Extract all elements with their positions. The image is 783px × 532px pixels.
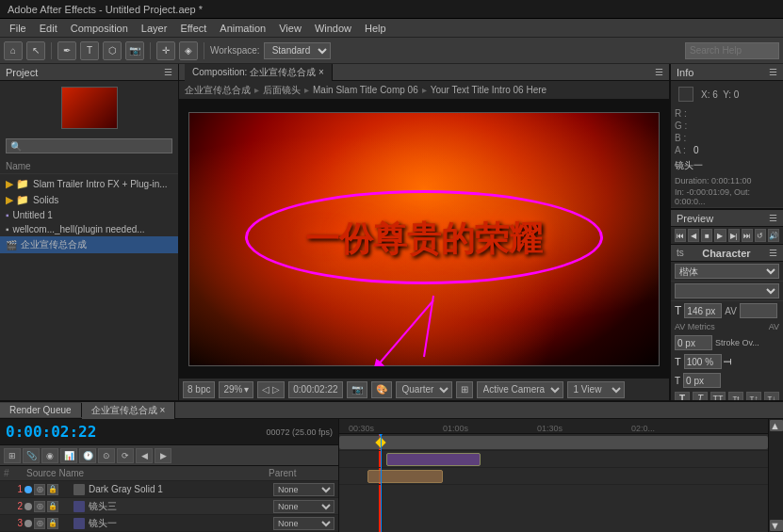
scroll-down-btn[interactable]: ▼	[770, 520, 783, 531]
breadcrumb-item-2[interactable]: 后面镜头	[263, 84, 301, 97]
workspace-select[interactable]: Standard	[264, 42, 331, 59]
preview-first-btn[interactable]: ⏮	[675, 229, 686, 242]
preview-prev-btn[interactable]: ◀	[688, 229, 699, 242]
view-select[interactable]: 1 View 2 Views 4 Views	[567, 381, 625, 398]
tl-home-btn[interactable]: ⊞	[4, 448, 21, 463]
grid-btn[interactable]: ⊞	[456, 381, 473, 398]
layer-1-solo[interactable]: ◎	[34, 484, 45, 495]
toolbar-shape-btn[interactable]: ⬡	[103, 41, 122, 60]
preview-play-btn[interactable]: ▶	[714, 229, 726, 242]
menu-help[interactable]: Help	[359, 21, 392, 36]
color-picker-btn[interactable]: 🎨	[371, 381, 392, 398]
project-item[interactable]: ▪ wellcom..._hell(plugin needed...	[0, 222, 178, 236]
layer-3-vis[interactable]	[24, 520, 32, 527]
smallcaps-btn[interactable]: Tt	[728, 392, 743, 400]
timeline-timecode[interactable]: 0:00:02:22	[6, 423, 96, 441]
bpc-button[interactable]: 8 bpc	[183, 381, 215, 398]
font-style-select[interactable]	[675, 283, 779, 298]
layer-3-lock[interactable]: 🔒	[47, 518, 58, 529]
toolbar-mask-btn[interactable]: ◈	[179, 41, 198, 60]
preview-stop-btn[interactable]: ■	[701, 229, 712, 242]
project-item[interactable]: ▶ 📁 Solids	[0, 192, 178, 208]
tl-prev-btn[interactable]: ◀	[136, 448, 153, 463]
comp-tab[interactable]: Composition: 企业宣传总合成 ×	[185, 64, 333, 81]
menu-composition[interactable]: Composition	[65, 21, 134, 36]
camera-select[interactable]: Active Camera	[477, 381, 563, 398]
info-panel-menu[interactable]: ☰	[769, 67, 777, 77]
frame-controls[interactable]: ◁ ▷	[257, 381, 285, 398]
layer-row-3[interactable]: 3 ◎ 🔒 镜头一 None	[0, 515, 338, 532]
layer-1-parent[interactable]: None	[273, 483, 334, 496]
character-panel-menu[interactable]: ☰	[769, 248, 777, 258]
menu-animation[interactable]: Animation	[214, 21, 271, 36]
breadcrumb-item-4[interactable]: Your Text Title Intro 06 Here	[431, 85, 546, 95]
hscale-input[interactable]	[684, 354, 722, 369]
snapshot-btn[interactable]: 📷	[347, 381, 367, 398]
project-item-untitled[interactable]: ▪ Untitled 1	[0, 208, 178, 222]
timeline-scrollbar[interactable]: ▲ ▼	[768, 419, 783, 532]
layer-2-vis[interactable]	[24, 503, 32, 510]
color-swatch[interactable]	[678, 87, 693, 102]
layer-1-vis[interactable]	[24, 486, 32, 493]
font-family-select[interactable]: 楷体	[675, 264, 779, 279]
resolution-select[interactable]: Quarter Half Full	[396, 381, 452, 398]
project-panel-menu[interactable]: ☰	[164, 67, 172, 77]
breadcrumb-item-1[interactable]: 企业宣传总合成	[185, 84, 251, 97]
menu-effect[interactable]: Effect	[174, 21, 212, 36]
comp-panel-menu[interactable]: ☰	[655, 67, 663, 77]
tl-comp-btn[interactable]: 📎	[23, 448, 40, 463]
menu-window[interactable]: Window	[309, 21, 357, 36]
preview-last-btn[interactable]: ⏭	[742, 229, 753, 242]
timeline-tab[interactable]: 企业宣传总合成 ×	[82, 402, 176, 419]
composition-viewer[interactable]: 一份尊贵的荣耀	[179, 100, 669, 378]
tl-graph-btn[interactable]: 📊	[60, 448, 77, 463]
menu-layer[interactable]: Layer	[136, 21, 173, 36]
sub-btn[interactable]: T↓	[764, 392, 779, 400]
tl-switch-btn[interactable]: ⟳	[117, 448, 134, 463]
layer-row-2[interactable]: 2 ◎ 🔒 镜头三 None	[0, 498, 338, 515]
layer-1-lock[interactable]: 🔒	[47, 484, 58, 495]
toolbar-text-btn[interactable]: T	[80, 41, 99, 60]
scroll-up-btn[interactable]: ▲	[770, 420, 783, 431]
zoom-button[interactable]: 29%▾	[219, 381, 253, 398]
toolbar-pen-btn[interactable]: ✒	[57, 41, 76, 60]
toolbar-camera-btn[interactable]: 📷	[125, 41, 144, 60]
toolbar-select-btn[interactable]: ↖	[26, 41, 45, 60]
track-3[interactable]	[339, 468, 768, 485]
preview-audio-btn[interactable]: 🔊	[768, 229, 779, 242]
tl-solo-btn[interactable]: ◉	[41, 448, 58, 463]
tl-marker-btn[interactable]: ⊙	[98, 448, 115, 463]
toolbar-anchor-btn[interactable]: ✛	[156, 41, 175, 60]
project-search-input[interactable]	[6, 138, 172, 153]
toolbar-home-btn[interactable]: ⌂	[4, 41, 23, 60]
tl-render-btn[interactable]: 🕐	[79, 448, 96, 463]
tracking-input[interactable]	[740, 303, 777, 318]
layer-2-lock[interactable]: 🔒	[47, 501, 58, 512]
stroke-size-input[interactable]	[675, 335, 712, 350]
layer-3-parent[interactable]: None	[273, 517, 334, 530]
bold-btn[interactable]: T	[675, 392, 690, 400]
allcaps-btn[interactable]: TT	[710, 392, 726, 400]
super-btn[interactable]: T↑	[746, 392, 761, 400]
breadcrumb-item-3[interactable]: Main Slam Title Comp 06	[313, 85, 418, 95]
track-bar-3[interactable]	[367, 470, 443, 483]
layer-2-parent[interactable]: None	[273, 500, 334, 513]
timecode-display[interactable]: 0:00:02:22	[288, 381, 342, 398]
preview-next-btn[interactable]: ▶|	[728, 229, 740, 242]
preview-panel-menu[interactable]: ☰	[769, 213, 777, 223]
track-1[interactable]	[339, 434, 768, 451]
render-queue-tab[interactable]: Render Queue	[0, 403, 82, 417]
layer-row-1[interactable]: 1 ◎ 🔒 Dark Gray Solid 1 None	[0, 481, 338, 498]
track-bar-1[interactable]	[339, 436, 768, 449]
layer-2-solo[interactable]: ◎	[34, 501, 45, 512]
menu-edit[interactable]: Edit	[34, 21, 63, 36]
layer-3-solo[interactable]: ◎	[34, 518, 45, 529]
track-2[interactable]	[339, 451, 768, 468]
track-bar-2[interactable]	[386, 453, 481, 466]
project-item[interactable]: ▶ 📁 Slam Trailer Intro FX + Plug-in...	[0, 176, 178, 192]
italic-btn[interactable]: T	[693, 392, 708, 400]
baseline-input[interactable]	[683, 373, 721, 388]
menu-view[interactable]: View	[273, 21, 307, 36]
search-input[interactable]	[685, 42, 779, 59]
preview-loop-btn[interactable]: ↺	[755, 229, 766, 242]
